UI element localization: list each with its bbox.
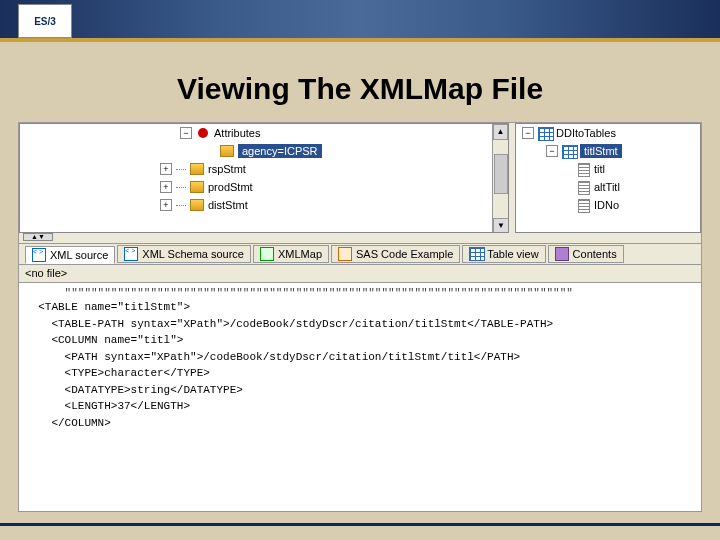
tree-attributes: − Attributes: [20, 124, 508, 142]
column-item[interactable]: IDNo: [516, 196, 700, 214]
column-label: IDNo: [594, 199, 619, 211]
tables-selected[interactable]: − titlStmt: [516, 142, 700, 160]
tables-tree-pane: − DDItoTables − titlStmt titl altTitl ID…: [515, 123, 701, 233]
code-truncation-top: """"""""""""""""""""""""""""""""""""""""…: [25, 287, 695, 299]
xml-icon: [124, 247, 138, 261]
sas-icon: [338, 247, 352, 261]
column-item[interactable]: altTitl: [516, 178, 700, 196]
column-label: titl: [594, 163, 605, 175]
root-label: DDItoTables: [556, 127, 616, 139]
tab-xml-source[interactable]: XML source: [25, 246, 115, 264]
tab-sas-code[interactable]: SAS Code Example: [331, 245, 460, 263]
tree-conn: [176, 169, 186, 170]
column-item[interactable]: titl: [516, 160, 700, 178]
tree-item-prod[interactable]: + prodStmt: [20, 178, 508, 196]
book-icon: [555, 247, 569, 261]
tree-item-rsp[interactable]: + rspStmt: [20, 160, 508, 178]
splitter[interactable]: ▲▼: [19, 233, 509, 243]
code-line: <COLUMN name="titl">: [25, 332, 695, 349]
tab-xmlmap[interactable]: XMLMap: [253, 245, 329, 263]
scroll-up-icon[interactable]: ▲: [493, 124, 508, 140]
map-icon: [260, 247, 274, 261]
attributes-label: Attributes: [214, 127, 260, 139]
xml-tree-pane: − Attributes agency=ICPSR + rspStmt + pr…: [19, 123, 509, 233]
scroll-down-icon[interactable]: ▼: [493, 218, 509, 233]
xml-icon: [32, 248, 46, 262]
page-title: Viewing The XMLMap File: [0, 72, 720, 106]
tree-attr-selected[interactable]: agency=ICPSR: [20, 142, 508, 160]
attr-icon: [220, 145, 234, 157]
element-icon: [190, 163, 204, 175]
footer-rule: [0, 523, 720, 526]
dataset-icon: [538, 127, 552, 139]
tree-item-dist[interactable]: + distStmt: [20, 196, 508, 214]
tables-root[interactable]: − DDItoTables: [516, 124, 700, 142]
tab-xml-schema[interactable]: XML Schema source: [117, 245, 251, 263]
code-line: <DATATYPE>string</DATATYPE>: [25, 382, 695, 399]
logo: ES/3: [18, 4, 72, 38]
app-window: − Attributes agency=ICPSR + rspStmt + pr…: [18, 122, 702, 512]
table-icon: [562, 145, 576, 157]
code-line: <LENGTH>37</LENGTH>: [25, 398, 695, 415]
tree-scrollbar[interactable]: ▲ ▼: [492, 124, 508, 233]
column-icon: [578, 181, 590, 193]
table-label: titlStmt: [580, 144, 622, 158]
column-icon: [578, 199, 590, 211]
expand-icon[interactable]: +: [160, 181, 172, 193]
code-pane[interactable]: """"""""""""""""""""""""""""""""""""""""…: [19, 283, 701, 512]
tree-conn: [176, 187, 186, 188]
tab-table-view[interactable]: Table view: [462, 245, 545, 263]
tab-contents[interactable]: Contents: [548, 245, 624, 263]
scroll-thumb[interactable]: [494, 154, 508, 194]
collapse-icon[interactable]: −: [522, 127, 534, 139]
banner: ES/3: [0, 0, 720, 42]
expand-icon[interactable]: +: [160, 163, 172, 175]
code-line: <PATH syntax="XPath">/codeBook/stdyDscr/…: [25, 349, 695, 366]
collapse-icon[interactable]: −: [180, 127, 192, 139]
column-icon: [578, 163, 590, 175]
attr-value: agency=ICPSR: [238, 144, 322, 158]
tree-conn: [176, 205, 186, 206]
code-line: </COLUMN>: [25, 415, 695, 432]
splitter-handle-icon[interactable]: ▲▼: [23, 233, 53, 241]
status-bar: <no file>: [19, 265, 701, 283]
attributes-icon: [196, 127, 210, 139]
tree-label: prodStmt: [208, 181, 253, 193]
element-icon: [190, 181, 204, 193]
collapse-icon[interactable]: −: [546, 145, 558, 157]
code-line: <TABLE name="titlStmt">: [25, 299, 695, 316]
column-label: altTitl: [594, 181, 620, 193]
table-icon: [469, 247, 483, 261]
tab-bar: XML source XML Schema source XMLMap SAS …: [19, 243, 701, 265]
code-line: <TABLE-PATH syntax="XPath">/codeBook/std…: [25, 316, 695, 333]
element-icon: [190, 199, 204, 211]
code-line: <TYPE>character</TYPE>: [25, 365, 695, 382]
expand-icon[interactable]: +: [160, 199, 172, 211]
tree-label: rspStmt: [208, 163, 246, 175]
tree-label: distStmt: [208, 199, 248, 211]
